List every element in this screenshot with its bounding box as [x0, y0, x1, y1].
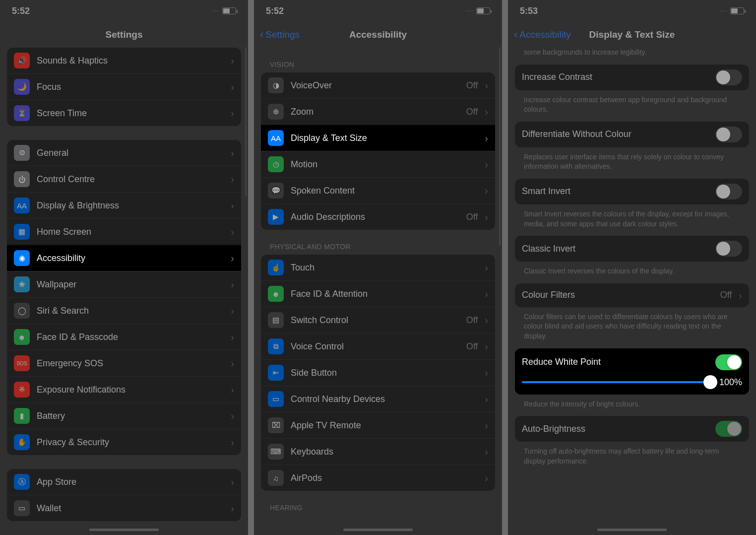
slider[interactable]: [522, 381, 710, 383]
row-label: Differentiate Without Colour: [522, 129, 708, 139]
row-audio-descriptions[interactable]: ▶Audio DescriptionsOff›: [261, 203, 495, 230]
row-label: Focus: [37, 82, 224, 92]
spoken-content-icon: 💬: [268, 183, 284, 199]
wallpaper-icon: ❀: [14, 276, 30, 292]
row-switch-control[interactable]: ▤Switch ControlOff›: [261, 307, 495, 333]
home-indicator[interactable]: [89, 529, 159, 531]
row-increase-contrast[interactable]: Increase Contrast: [515, 65, 749, 90]
row-spoken-content[interactable]: 💬Spoken Content›: [261, 177, 495, 203]
chevron-left-icon: ‹: [260, 29, 263, 40]
row-label: Home Screen: [37, 227, 224, 237]
back-button[interactable]: ‹ Settings: [260, 29, 300, 40]
row-focus[interactable]: 🌙Focus›: [7, 73, 241, 100]
chevron-right-icon: ›: [485, 473, 488, 483]
row-accessibility[interactable]: ◉Accessibility›: [7, 245, 241, 271]
row-app-store[interactable]: ⒶApp Store›: [7, 469, 241, 495]
row-motion[interactable]: ◷Motion›: [261, 151, 495, 177]
face-id-icon: ☻: [14, 329, 30, 345]
chevron-left-icon: ‹: [514, 29, 517, 40]
nav-bar: ‹ Settings Accessibility: [254, 22, 502, 48]
face-id-attention-icon: ☻: [268, 286, 284, 302]
row-reduce-white-point[interactable]: Reduce White Point100%: [515, 348, 749, 395]
chevron-right-icon: ›: [231, 503, 234, 513]
row-label: Voice Control: [291, 341, 459, 352]
chevron-right-icon: ›: [231, 477, 234, 487]
wallet-icon: ▭: [14, 500, 30, 516]
row-face-id-attention[interactable]: ☻Face ID & Attention›: [261, 280, 495, 307]
siri-icon: ◯: [14, 303, 30, 319]
row-display-brightness[interactable]: AADisplay & Brightness›: [7, 192, 241, 218]
row-apple-tv-remote[interactable]: ⌧Apple TV Remote›: [261, 412, 495, 438]
nearby-devices-icon: ▭: [268, 391, 284, 407]
row-battery[interactable]: ▮Battery›: [7, 402, 241, 429]
scroll-indicator[interactable]: [499, 47, 501, 246]
chevron-right-icon: ›: [485, 341, 488, 351]
row-control-nearby-devices[interactable]: ▭Control Nearby Devices›: [261, 386, 495, 412]
scroll-indicator[interactable]: [245, 47, 247, 196]
row-label: Wallpaper: [37, 279, 224, 290]
home-indicator[interactable]: [343, 529, 413, 531]
row-side-button[interactable]: ⇤Side Button›: [261, 359, 495, 386]
row-emergency-sos[interactable]: SOSEmergency SOS›: [7, 350, 241, 376]
row-keyboards[interactable]: ⌨Keyboards›: [261, 438, 495, 465]
row-general[interactable]: ⚙General›: [7, 140, 241, 166]
privacy-icon: ✋: [14, 434, 30, 450]
audio-desc-icon: ▶: [268, 209, 284, 225]
toggle[interactable]: [715, 241, 742, 257]
row-wallet[interactable]: ▭Wallet›: [7, 495, 241, 521]
chevron-right-icon: ›: [485, 133, 488, 143]
back-button[interactable]: ‹ Accessibility: [514, 29, 571, 40]
row-display-text-size[interactable]: AADisplay & Text Size›: [261, 125, 495, 151]
toggle[interactable]: [715, 354, 742, 370]
row-zoom[interactable]: ⊕ZoomOff›: [261, 98, 495, 125]
row-differentiate-without-colour[interactable]: Differentiate Without Colour: [515, 122, 749, 147]
row-face-id-passcode[interactable]: ☻Face ID & Passcode›: [7, 324, 241, 350]
chevron-right-icon: ›: [485, 420, 488, 430]
row-exposure-notifications[interactable]: ※Exposure Notifications›: [7, 376, 241, 402]
accessibility-icon: ◉: [14, 250, 30, 266]
row-label: Auto-Brightness: [522, 424, 708, 434]
row-label: AirPods: [291, 473, 478, 483]
row-control-centre[interactable]: ⏻Control Centre›: [7, 166, 241, 192]
row-voiceover[interactable]: ◑VoiceOverOff›: [261, 72, 495, 98]
row-value: Off: [466, 80, 478, 91]
status-time: 5:53: [520, 6, 538, 16]
row-voice-control[interactable]: ⧉Voice ControlOff›: [261, 333, 495, 359]
footer-text: Reduce the intensity of bright colours.: [515, 395, 749, 409]
toggle[interactable]: [715, 69, 742, 85]
footer-text: Replaces user interface items that rely …: [515, 147, 749, 172]
row-classic-invert[interactable]: Classic Invert: [515, 236, 749, 262]
back-label: Accessibility: [519, 29, 570, 40]
nav-bar: Settings: [0, 22, 248, 48]
home-indicator[interactable]: [597, 529, 667, 531]
battery-icon: ▮: [14, 408, 30, 424]
row-label: Touch: [291, 263, 478, 273]
row-touch[interactable]: ☝Touch›: [261, 255, 495, 280]
row-smart-invert[interactable]: Smart Invert: [515, 179, 749, 204]
row-sounds-haptics[interactable]: 🔊Sounds & Haptics›: [7, 48, 241, 73]
chevron-right-icon: ›: [231, 437, 234, 447]
row-auto-brightness[interactable]: Auto-Brightness: [515, 416, 749, 442]
row-colour-filters[interactable]: Colour FiltersOff›: [515, 283, 749, 307]
toggle[interactable]: [715, 184, 742, 200]
row-label: Colour Filters: [522, 290, 713, 300]
chevron-right-icon: ›: [485, 447, 488, 457]
row-home-screen[interactable]: ▦Home Screen›: [7, 218, 241, 245]
row-screen-time[interactable]: ⏳Screen Time›: [7, 100, 241, 126]
row-value: Off: [466, 212, 478, 222]
row-airpods[interactable]: ♫AirPods›: [261, 465, 495, 491]
footer-text: Smart Invert reverses the colours of the…: [515, 204, 749, 229]
row-label: Apple TV Remote: [291, 420, 478, 431]
side-button-icon: ⇤: [268, 365, 284, 381]
row-label: Exposure Notifications: [37, 385, 224, 395]
slider-thumb[interactable]: [703, 375, 717, 389]
row-value: Off: [720, 290, 732, 300]
display-text-icon: AA: [268, 130, 284, 146]
row-privacy-security[interactable]: ✋Privacy & Security›: [7, 429, 241, 455]
row-label: Spoken Content: [291, 186, 478, 196]
row-wallpaper[interactable]: ❀Wallpaper›: [7, 271, 241, 297]
emergency-sos-icon: SOS: [14, 355, 30, 371]
toggle[interactable]: [715, 421, 742, 437]
toggle[interactable]: [715, 127, 742, 142]
row-siri-search[interactable]: ◯Siri & Search›: [7, 297, 241, 324]
